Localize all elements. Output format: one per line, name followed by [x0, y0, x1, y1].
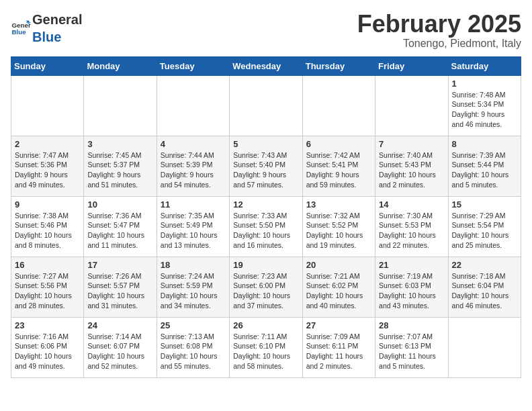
day-number: 11 — [161, 199, 226, 210]
day-number: 18 — [161, 260, 226, 270]
day-number: 7 — [379, 139, 444, 149]
day-info: Sunrise: 7:40 AM Sunset: 5:43 PM Dayligh… — [379, 150, 444, 190]
page-header: General Blue General Blue February 2025 … — [11, 11, 521, 50]
day-number: 16 — [15, 260, 80, 270]
week-row-1: 1Sunrise: 7:48 AM Sunset: 5:34 PM Daylig… — [11, 75, 521, 136]
col-header-wednesday: Wednesday — [230, 56, 302, 75]
logo: General Blue General Blue — [11, 11, 82, 46]
day-info: Sunrise: 7:39 AM Sunset: 5:44 PM Dayligh… — [452, 150, 517, 190]
day-cell: 13Sunrise: 7:32 AM Sunset: 5:52 PM Dayli… — [302, 196, 375, 257]
day-cell: 4Sunrise: 7:44 AM Sunset: 5:39 PM Daylig… — [157, 136, 229, 196]
day-cell: 2Sunrise: 7:47 AM Sunset: 5:36 PM Daylig… — [11, 136, 84, 196]
day-cell: 8Sunrise: 7:39 AM Sunset: 5:44 PM Daylig… — [448, 136, 521, 196]
day-number: 23 — [15, 320, 80, 330]
day-number: 10 — [87, 199, 152, 210]
day-cell: 25Sunrise: 7:13 AM Sunset: 6:08 PM Dayli… — [157, 317, 229, 377]
location: Tonengo, Piedmont, Italy — [357, 38, 521, 50]
logo-blue: Blue — [32, 30, 61, 44]
day-info: Sunrise: 7:45 AM Sunset: 5:37 PM Dayligh… — [87, 150, 152, 190]
day-info: Sunrise: 7:16 AM Sunset: 6:06 PM Dayligh… — [15, 332, 80, 371]
day-number: 8 — [452, 139, 517, 149]
day-cell: 24Sunrise: 7:14 AM Sunset: 6:07 PM Dayli… — [84, 317, 157, 377]
day-info: Sunrise: 7:23 AM Sunset: 6:00 PM Dayligh… — [233, 271, 298, 311]
day-info: Sunrise: 7:07 AM Sunset: 6:13 PM Dayligh… — [379, 332, 444, 371]
day-cell: 26Sunrise: 7:11 AM Sunset: 6:10 PM Dayli… — [230, 317, 302, 377]
day-info: Sunrise: 7:18 AM Sunset: 6:04 PM Dayligh… — [452, 271, 517, 311]
day-number: 28 — [379, 320, 444, 330]
week-row-5: 23Sunrise: 7:16 AM Sunset: 6:06 PM Dayli… — [11, 317, 521, 377]
day-info: Sunrise: 7:09 AM Sunset: 6:11 PM Dayligh… — [306, 332, 371, 371]
day-cell: 21Sunrise: 7:19 AM Sunset: 6:03 PM Dayli… — [375, 257, 448, 317]
day-info: Sunrise: 7:26 AM Sunset: 5:57 PM Dayligh… — [87, 271, 152, 311]
day-info: Sunrise: 7:47 AM Sunset: 5:36 PM Dayligh… — [15, 150, 80, 190]
day-cell: 7Sunrise: 7:40 AM Sunset: 5:43 PM Daylig… — [375, 136, 448, 196]
day-info: Sunrise: 7:44 AM Sunset: 5:39 PM Dayligh… — [161, 150, 226, 190]
day-cell: 6Sunrise: 7:42 AM Sunset: 5:41 PM Daylig… — [302, 136, 375, 196]
day-info: Sunrise: 7:48 AM Sunset: 5:34 PM Dayligh… — [452, 90, 517, 130]
col-header-sunday: Sunday — [11, 56, 84, 75]
day-number: 4 — [161, 139, 226, 149]
day-cell — [302, 75, 375, 136]
day-info: Sunrise: 7:11 AM Sunset: 6:10 PM Dayligh… — [233, 332, 298, 371]
day-info: Sunrise: 7:38 AM Sunset: 5:46 PM Dayligh… — [15, 211, 80, 250]
day-number: 3 — [87, 139, 152, 149]
day-number: 26 — [233, 320, 298, 330]
day-number: 20 — [306, 260, 371, 270]
day-cell: 10Sunrise: 7:36 AM Sunset: 5:47 PM Dayli… — [84, 196, 157, 257]
day-number: 15 — [452, 199, 517, 210]
day-cell: 27Sunrise: 7:09 AM Sunset: 6:11 PM Dayli… — [302, 317, 375, 377]
day-cell — [375, 75, 448, 136]
col-header-tuesday: Tuesday — [157, 56, 229, 75]
header-row: SundayMondayTuesdayWednesdayThursdayFrid… — [11, 56, 521, 75]
title-area: February 2025 Tonengo, Piedmont, Italy — [357, 11, 521, 50]
col-header-saturday: Saturday — [448, 56, 521, 75]
day-cell: 5Sunrise: 7:43 AM Sunset: 5:40 PM Daylig… — [230, 136, 302, 196]
calendar-table: SundayMondayTuesdayWednesdayThursdayFrid… — [11, 56, 521, 378]
month-title: February 2025 — [357, 11, 521, 38]
day-cell: 23Sunrise: 7:16 AM Sunset: 6:06 PM Dayli… — [11, 317, 84, 377]
day-cell: 20Sunrise: 7:21 AM Sunset: 6:02 PM Dayli… — [302, 257, 375, 317]
day-info: Sunrise: 7:32 AM Sunset: 5:52 PM Dayligh… — [306, 211, 371, 250]
logo-icon: General Blue — [11, 18, 31, 38]
day-cell: 15Sunrise: 7:29 AM Sunset: 5:54 PM Dayli… — [448, 196, 521, 257]
week-row-2: 2Sunrise: 7:47 AM Sunset: 5:36 PM Daylig… — [11, 136, 521, 196]
day-info: Sunrise: 7:27 AM Sunset: 5:56 PM Dayligh… — [15, 271, 80, 311]
day-info: Sunrise: 7:13 AM Sunset: 6:08 PM Dayligh… — [161, 332, 226, 371]
day-number: 25 — [161, 320, 226, 330]
day-info: Sunrise: 7:33 AM Sunset: 5:50 PM Dayligh… — [233, 211, 298, 250]
day-info: Sunrise: 7:36 AM Sunset: 5:47 PM Dayligh… — [87, 211, 152, 250]
day-cell — [11, 75, 84, 136]
calendar-body: 1Sunrise: 7:48 AM Sunset: 5:34 PM Daylig… — [11, 75, 521, 377]
day-number: 21 — [379, 260, 444, 270]
day-info: Sunrise: 7:42 AM Sunset: 5:41 PM Dayligh… — [306, 150, 371, 190]
day-info: Sunrise: 7:29 AM Sunset: 5:54 PM Dayligh… — [452, 211, 517, 250]
day-cell: 1Sunrise: 7:48 AM Sunset: 5:34 PM Daylig… — [448, 75, 521, 136]
logo-general: General — [32, 12, 82, 27]
day-info: Sunrise: 7:35 AM Sunset: 5:49 PM Dayligh… — [161, 211, 226, 250]
col-header-friday: Friday — [375, 56, 448, 75]
day-cell: 22Sunrise: 7:18 AM Sunset: 6:04 PM Dayli… — [448, 257, 521, 317]
day-cell — [84, 75, 157, 136]
day-number: 17 — [87, 260, 152, 270]
day-number: 27 — [306, 320, 371, 330]
day-number: 14 — [379, 199, 444, 210]
day-number: 9 — [15, 199, 80, 210]
day-cell: 17Sunrise: 7:26 AM Sunset: 5:57 PM Dayli… — [84, 257, 157, 317]
day-cell: 14Sunrise: 7:30 AM Sunset: 5:53 PM Dayli… — [375, 196, 448, 257]
day-cell — [157, 75, 229, 136]
day-info: Sunrise: 7:19 AM Sunset: 6:03 PM Dayligh… — [379, 271, 444, 311]
day-cell: 11Sunrise: 7:35 AM Sunset: 5:49 PM Dayli… — [157, 196, 229, 257]
svg-text:Blue: Blue — [12, 28, 27, 36]
day-cell: 28Sunrise: 7:07 AM Sunset: 6:13 PM Dayli… — [375, 317, 448, 377]
day-number: 24 — [87, 320, 152, 330]
day-cell: 19Sunrise: 7:23 AM Sunset: 6:00 PM Dayli… — [230, 257, 302, 317]
day-number: 19 — [233, 260, 298, 270]
day-number: 22 — [452, 260, 517, 270]
col-header-thursday: Thursday — [302, 56, 375, 75]
day-number: 13 — [306, 199, 371, 210]
day-info: Sunrise: 7:43 AM Sunset: 5:40 PM Dayligh… — [233, 150, 298, 190]
day-cell: 18Sunrise: 7:24 AM Sunset: 5:59 PM Dayli… — [157, 257, 229, 317]
day-cell — [448, 317, 521, 377]
day-info: Sunrise: 7:30 AM Sunset: 5:53 PM Dayligh… — [379, 211, 444, 250]
day-info: Sunrise: 7:14 AM Sunset: 6:07 PM Dayligh… — [87, 332, 152, 371]
